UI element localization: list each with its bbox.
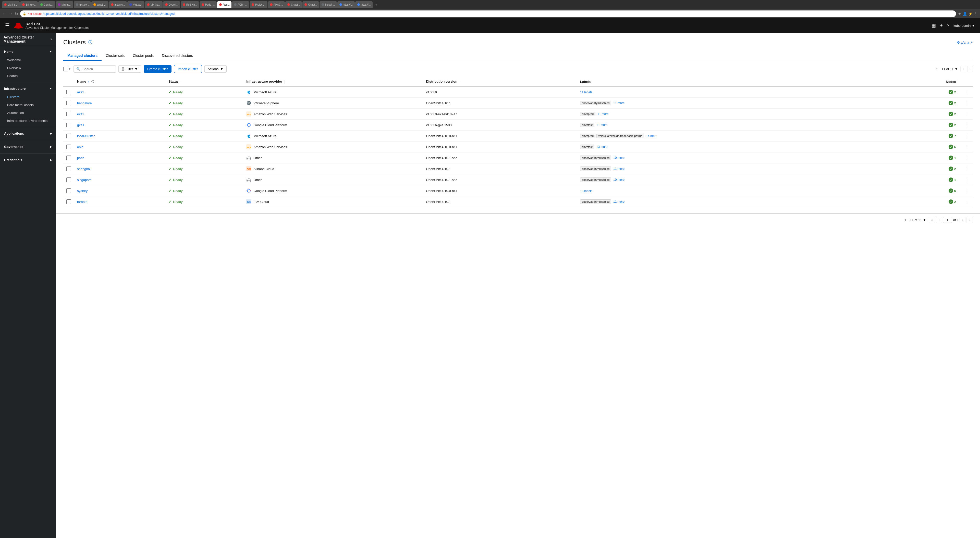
sidebar-item-welcome[interactable]: Welcome bbox=[0, 56, 56, 64]
tab-managed-clusters[interactable]: Managed clusters bbox=[63, 51, 102, 61]
sidebar-item-bare-metal[interactable]: Bare metal assets bbox=[0, 101, 56, 109]
row-context-menu[interactable]: ⋮ bbox=[962, 89, 970, 95]
bookmark-icon[interactable]: ★ bbox=[958, 12, 961, 16]
browser-tab[interactable]: Instanc... bbox=[109, 1, 127, 8]
browser-tab[interactable]: https://... bbox=[337, 1, 355, 8]
info-icon[interactable]: ⓘ bbox=[88, 40, 92, 45]
sort-icon[interactable]: ↑ bbox=[88, 80, 89, 83]
browser-tab[interactable]: Bring y... bbox=[20, 1, 38, 8]
row-context-menu[interactable]: ⋮ bbox=[962, 100, 970, 106]
sidebar-header-applications[interactable]: Applications ▶ bbox=[0, 129, 56, 138]
browser-tab[interactable]: Red Ha... bbox=[181, 1, 199, 8]
cluster-name-link[interactable]: local-cluster bbox=[77, 134, 95, 138]
row-checkbox[interactable] bbox=[66, 112, 71, 116]
more-labels-link[interactable]: 10 more bbox=[613, 178, 625, 181]
forward-button[interactable]: → bbox=[9, 11, 13, 16]
row-checkbox[interactable] bbox=[66, 144, 71, 149]
browser-tab[interactable]: gist:c9... bbox=[74, 1, 91, 8]
help-icon[interactable]: ? bbox=[947, 23, 950, 28]
cluster-name-link[interactable]: paris bbox=[77, 156, 84, 160]
sidebar-item-automation[interactable]: Automation bbox=[0, 109, 56, 117]
pagination-info[interactable]: 1 – 11 of 11 ▼ bbox=[936, 67, 958, 71]
sidebar-item-clusters[interactable]: Clusters bbox=[0, 93, 56, 101]
grid-icon[interactable]: ▦ bbox=[932, 23, 936, 28]
row-context-menu[interactable]: ⋮ bbox=[962, 155, 970, 161]
sidebar-header-governance[interactable]: Governance ▶ bbox=[0, 142, 56, 151]
col-resize-handle[interactable] bbox=[285, 80, 285, 84]
labels-link[interactable]: 11 labels bbox=[580, 90, 592, 94]
row-checkbox[interactable] bbox=[66, 167, 71, 171]
import-cluster-button[interactable]: Import cluster bbox=[174, 65, 202, 73]
cluster-name-link[interactable]: shanghai bbox=[77, 167, 91, 171]
browser-tab[interactable]: Overvi... bbox=[163, 1, 180, 8]
sidebar-item-infra-env[interactable]: Infrastructure environments bbox=[0, 117, 56, 125]
context-switcher[interactable]: Advanced Cluster Management ▼ bbox=[0, 33, 56, 46]
new-tab-button[interactable]: + bbox=[373, 3, 379, 6]
last-page-button[interactable]: » bbox=[966, 217, 973, 223]
select-all-checkbox[interactable]: ▼ bbox=[63, 67, 71, 71]
actions-button[interactable]: Actions ▼ bbox=[204, 65, 227, 73]
hamburger-menu[interactable]: ☰ bbox=[5, 22, 10, 29]
row-checkbox[interactable] bbox=[66, 133, 71, 138]
search-input[interactable] bbox=[83, 67, 113, 71]
cluster-name-link[interactable]: eks1 bbox=[77, 112, 84, 116]
page-size-selector[interactable]: 1 – 11 of 11 ▼ bbox=[904, 218, 926, 222]
cluster-name-link[interactable]: gke1 bbox=[77, 123, 84, 127]
col-resize-handle[interactable] bbox=[460, 80, 460, 84]
page-number-input[interactable] bbox=[943, 217, 952, 223]
row-checkbox[interactable] bbox=[66, 156, 71, 160]
browser-tab[interactable]: Config... bbox=[38, 1, 56, 8]
more-labels-link[interactable]: 11 more bbox=[596, 123, 608, 127]
prev-page-button[interactable]: ‹ bbox=[960, 66, 966, 72]
browser-tab[interactable]: ACM -... bbox=[232, 1, 249, 8]
browser-tab[interactable]: Pods -... bbox=[200, 1, 217, 8]
row-checkbox[interactable] bbox=[66, 101, 71, 105]
more-labels-link[interactable]: 11 more bbox=[613, 167, 625, 171]
back-button[interactable]: ← bbox=[3, 11, 6, 16]
browser-tab[interactable]: Virtual... bbox=[127, 1, 145, 8]
create-cluster-button[interactable]: Create cluster bbox=[144, 65, 172, 73]
browser-tab[interactable]: RHAC... bbox=[268, 1, 285, 8]
browser-tab[interactable]: Migrati... bbox=[56, 1, 73, 8]
cluster-name-link[interactable]: toronto bbox=[77, 200, 87, 204]
browser-tab[interactable]: Chapt... bbox=[285, 1, 302, 8]
tab-cluster-pools[interactable]: Cluster pools bbox=[129, 51, 158, 61]
browser-tab[interactable]: https://... bbox=[355, 1, 372, 8]
cluster-name-link[interactable]: singapore bbox=[77, 178, 92, 182]
next-page-button-bottom[interactable]: › bbox=[959, 217, 965, 223]
grafana-link[interactable]: Grafana ↗ bbox=[957, 41, 973, 44]
browser-tab[interactable]: Chapt... bbox=[302, 1, 319, 8]
cluster-name-link[interactable]: ohio bbox=[77, 145, 83, 149]
row-checkbox[interactable] bbox=[66, 123, 71, 127]
row-context-menu[interactable]: ⋮ bbox=[962, 122, 970, 128]
cluster-name-link[interactable]: sydney bbox=[77, 189, 88, 193]
cluster-name-link[interactable]: bangalore bbox=[77, 101, 92, 105]
first-page-button[interactable]: « bbox=[929, 217, 935, 223]
tab-cluster-sets[interactable]: Cluster sets bbox=[102, 51, 129, 61]
cluster-name-link[interactable]: aks1 bbox=[77, 90, 84, 94]
plus-icon[interactable]: + bbox=[940, 23, 943, 28]
row-context-menu[interactable]: ⋮ bbox=[962, 111, 970, 117]
refresh-button[interactable]: ↻ bbox=[15, 11, 18, 16]
filter-button[interactable]: ▒ Filter ▼ bbox=[118, 65, 141, 73]
profile-icon[interactable]: 👤 bbox=[963, 12, 967, 16]
sidebar-item-overview[interactable]: Overview bbox=[0, 64, 56, 72]
row-checkbox[interactable] bbox=[66, 199, 71, 204]
browser-tab[interactable]: install-... bbox=[320, 1, 337, 8]
more-labels-link[interactable]: 13 more bbox=[596, 145, 608, 149]
sidebar-item-search[interactable]: Search bbox=[0, 72, 56, 80]
row-checkbox[interactable] bbox=[66, 189, 71, 193]
sidebar-header-infrastructure[interactable]: Infrastructure ▼ bbox=[0, 84, 56, 93]
menu-icon[interactable]: ⋮ bbox=[974, 12, 977, 16]
browser-tab[interactable]: ams3-... bbox=[91, 1, 108, 8]
tab-discovered-clusters[interactable]: Discovered clusters bbox=[158, 51, 197, 61]
row-checkbox[interactable] bbox=[66, 90, 71, 94]
sidebar-header-home[interactable]: Home ▼ bbox=[0, 47, 56, 56]
prev-page-button-bottom[interactable]: ‹ bbox=[936, 217, 942, 223]
col-info-icon[interactable]: ⓘ bbox=[91, 80, 94, 83]
browser-tab[interactable]: VM ins... bbox=[145, 1, 162, 8]
row-context-menu[interactable]: ⋮ bbox=[962, 177, 970, 183]
browser-tab-active[interactable]: Rec... bbox=[217, 1, 231, 8]
checkbox[interactable] bbox=[63, 67, 68, 71]
more-labels-link[interactable]: 10 more bbox=[613, 156, 625, 160]
